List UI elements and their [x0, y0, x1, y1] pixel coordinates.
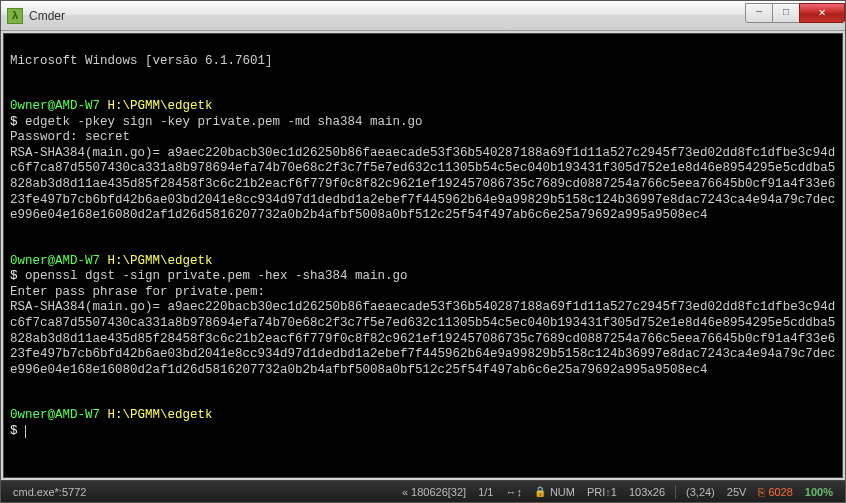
window-controls: ─ □ ✕ — [746, 3, 845, 23]
app-icon: λ — [7, 8, 23, 24]
passphrase-prompt: Enter pass phrase for private.pem: — [10, 285, 265, 299]
prompt-path: H:\PGMM\edgetk — [108, 99, 213, 113]
password-label: Password: — [10, 130, 78, 144]
statusbar: cmd.exe*:5772 « 180626[32] 1/1 ↔↕ 🔒NUM P… — [1, 480, 845, 502]
status-arrows: ↔↕ — [505, 486, 522, 498]
maximize-button[interactable]: □ — [772, 3, 800, 23]
command-2: openssl dgst -sign private.pem -hex -sha… — [25, 269, 408, 283]
status-lineinfo: « 180626[32] — [402, 486, 466, 498]
app-window: λ Cmder ─ □ ✕ Microsoft Windows [versão … — [0, 0, 846, 503]
status-num: NUM — [550, 486, 575, 498]
minimize-button[interactable]: ─ — [745, 3, 773, 23]
prompt-symbol: $ — [10, 115, 18, 129]
status-vt: 25V — [727, 486, 747, 498]
cursor — [25, 425, 26, 438]
titlebar[interactable]: λ Cmder ─ □ ✕ — [1, 1, 845, 31]
close-button[interactable]: ✕ — [799, 3, 845, 23]
command-1: edgetk -pkey sign -key private.pem -md s… — [25, 115, 423, 129]
status-process[interactable]: cmd.exe*:5772 — [13, 486, 86, 498]
status-cursor: (3,24) — [686, 486, 715, 498]
status-pri-count: 1 — [611, 486, 617, 498]
prompt-path: H:\PGMM\edgetk — [108, 254, 213, 268]
prompt-user: 0wner@AMD-W7 — [10, 408, 100, 422]
status-dims: 103x26 — [629, 486, 665, 498]
prompt-user: 0wner@AMD-W7 — [10, 99, 100, 113]
status-percent: 100% — [805, 486, 833, 498]
os-banner: Microsoft Windows [versão 6.1.7601] — [10, 54, 273, 68]
prompt-symbol: $ — [10, 424, 18, 438]
prompt-user: 0wner@AMD-W7 — [10, 254, 100, 268]
terminal-area[interactable]: Microsoft Windows [versão 6.1.7601] 0wne… — [3, 33, 843, 478]
prompt-symbol: $ — [10, 269, 18, 283]
status-pos: 1/1 — [478, 486, 493, 498]
password-value: secret — [85, 130, 130, 144]
status-pri: PRI — [587, 486, 605, 498]
status-connection[interactable]: ⎘6028 — [758, 486, 792, 498]
prompt-path: H:\PGMM\edgetk — [108, 408, 213, 422]
lock-icon: 🔒 — [534, 486, 546, 497]
hash-output-2: RSA-SHA384(main.go)= a9aec220bacb30ec1d2… — [10, 300, 835, 377]
hash-output-1: RSA-SHA384(main.go)= a9aec220bacb30ec1d2… — [10, 146, 835, 223]
window-title: Cmder — [29, 9, 746, 23]
